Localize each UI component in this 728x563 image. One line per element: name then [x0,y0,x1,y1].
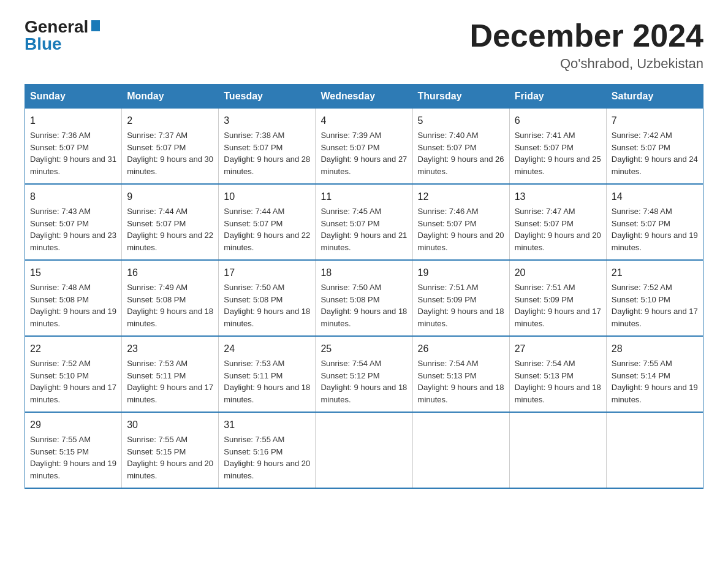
day-number: 5 [418,113,504,128]
calendar-cell: 13Sunrise: 7:47 AMSunset: 5:07 PMDayligh… [509,184,606,260]
calendar-cell [412,412,509,488]
calendar-cell: 30Sunrise: 7:55 AMSunset: 5:15 PMDayligh… [122,412,219,488]
day-number: 24 [224,342,310,356]
calendar-cell: 6Sunrise: 7:41 AMSunset: 5:07 PMDaylight… [509,109,606,185]
calendar-week-row: 29Sunrise: 7:55 AMSunset: 5:15 PMDayligh… [25,412,703,488]
day-number: 28 [612,342,698,356]
day-number: 15 [30,266,116,280]
calendar-cell: 7Sunrise: 7:42 AMSunset: 5:07 PMDaylight… [606,109,703,185]
day-info: Sunrise: 7:36 AMSunset: 5:07 PMDaylight:… [30,131,116,176]
calendar-cell: 20Sunrise: 7:51 AMSunset: 5:09 PMDayligh… [509,260,606,336]
day-info: Sunrise: 7:50 AMSunset: 5:08 PMDaylight:… [320,283,407,328]
day-number: 12 [418,190,504,204]
calendar-table: Sunday Monday Tuesday Wednesday Thursday… [25,84,703,489]
day-number: 2 [127,113,213,128]
day-number: 25 [320,342,407,356]
calendar-cell [606,412,703,488]
calendar-cell: 31Sunrise: 7:55 AMSunset: 5:16 PMDayligh… [219,412,316,488]
day-info: Sunrise: 7:41 AMSunset: 5:07 PMDaylight:… [515,131,601,176]
day-number: 17 [224,266,310,280]
calendar-week-row: 22Sunrise: 7:52 AMSunset: 5:10 PMDayligh… [25,336,703,412]
calendar-cell [316,412,412,488]
calendar-cell: 2Sunrise: 7:37 AMSunset: 5:07 PMDaylight… [122,109,219,185]
header-thursday: Thursday [412,85,509,109]
day-number: 9 [127,190,213,204]
day-number: 10 [224,190,310,204]
calendar-cell: 11Sunrise: 7:45 AMSunset: 5:07 PMDayligh… [316,184,412,260]
day-info: Sunrise: 7:39 AMSunset: 5:07 PMDaylight:… [320,131,407,176]
day-info: Sunrise: 7:55 AMSunset: 5:14 PMDaylight:… [612,359,698,404]
calendar-cell: 21Sunrise: 7:52 AMSunset: 5:10 PMDayligh… [606,260,703,336]
day-info: Sunrise: 7:37 AMSunset: 5:07 PMDaylight:… [127,131,213,176]
location-text: Qo'shrabod, Uzbekistan [469,56,703,72]
calendar-cell: 18Sunrise: 7:50 AMSunset: 5:08 PMDayligh… [316,260,412,336]
calendar-cell: 22Sunrise: 7:52 AMSunset: 5:10 PMDayligh… [25,336,122,412]
title-block: December 2024 Qo'shrabod, Uzbekistan [469,18,703,72]
day-info: Sunrise: 7:44 AMSunset: 5:07 PMDaylight:… [224,207,310,252]
day-info: Sunrise: 7:46 AMSunset: 5:07 PMDaylight:… [418,207,504,252]
day-info: Sunrise: 7:52 AMSunset: 5:10 PMDaylight:… [612,283,698,328]
calendar-cell: 16Sunrise: 7:49 AMSunset: 5:08 PMDayligh… [122,260,219,336]
day-number: 19 [418,266,504,280]
day-number: 14 [612,190,698,204]
calendar-cell: 26Sunrise: 7:54 AMSunset: 5:13 PMDayligh… [412,336,509,412]
day-number: 30 [127,418,213,432]
day-info: Sunrise: 7:53 AMSunset: 5:11 PMDaylight:… [224,359,310,404]
calendar-cell: 12Sunrise: 7:46 AMSunset: 5:07 PMDayligh… [412,184,509,260]
day-number: 20 [515,266,601,280]
day-info: Sunrise: 7:47 AMSunset: 5:07 PMDaylight:… [515,207,601,252]
calendar-body: 1Sunrise: 7:36 AMSunset: 5:07 PMDaylight… [25,109,703,489]
calendar-cell: 5Sunrise: 7:40 AMSunset: 5:07 PMDaylight… [412,109,509,185]
day-info: Sunrise: 7:54 AMSunset: 5:12 PMDaylight:… [320,359,407,404]
day-info: Sunrise: 7:38 AMSunset: 5:07 PMDaylight:… [224,131,310,176]
day-number: 7 [612,113,698,128]
day-number: 27 [515,342,601,356]
day-info: Sunrise: 7:54 AMSunset: 5:13 PMDaylight:… [418,359,504,404]
calendar-cell: 4Sunrise: 7:39 AMSunset: 5:07 PMDaylight… [316,109,412,185]
header-saturday: Saturday [606,85,703,109]
header-friday: Friday [509,85,606,109]
day-info: Sunrise: 7:43 AMSunset: 5:07 PMDaylight:… [30,207,116,252]
calendar-cell: 8Sunrise: 7:43 AMSunset: 5:07 PMDaylight… [25,184,122,260]
logo-general-text: General [25,18,88,36]
page-header: General Blue December 2024 Qo'shrabod, U… [25,18,703,72]
day-number: 13 [515,190,601,204]
calendar-cell: 27Sunrise: 7:54 AMSunset: 5:13 PMDayligh… [509,336,606,412]
calendar-week-row: 1Sunrise: 7:36 AMSunset: 5:07 PMDaylight… [25,109,703,185]
day-info: Sunrise: 7:50 AMSunset: 5:08 PMDaylight:… [224,283,310,328]
header-tuesday: Tuesday [219,85,316,109]
calendar-cell: 14Sunrise: 7:48 AMSunset: 5:07 PMDayligh… [606,184,703,260]
calendar-cell: 25Sunrise: 7:54 AMSunset: 5:12 PMDayligh… [316,336,412,412]
day-info: Sunrise: 7:49 AMSunset: 5:08 PMDaylight:… [127,283,213,328]
calendar-week-row: 15Sunrise: 7:48 AMSunset: 5:08 PMDayligh… [25,260,703,336]
day-info: Sunrise: 7:52 AMSunset: 5:10 PMDaylight:… [30,359,116,404]
day-number: 26 [418,342,504,356]
day-number: 8 [30,190,116,204]
day-number: 1 [30,113,116,128]
calendar-cell [509,412,606,488]
header-wednesday: Wednesday [316,85,412,109]
day-info: Sunrise: 7:40 AMSunset: 5:07 PMDaylight:… [418,131,504,176]
calendar-cell: 1Sunrise: 7:36 AMSunset: 5:07 PMDaylight… [25,109,122,185]
day-info: Sunrise: 7:45 AMSunset: 5:07 PMDaylight:… [320,207,407,252]
day-info: Sunrise: 7:55 AMSunset: 5:16 PMDaylight:… [224,435,310,480]
calendar-cell: 23Sunrise: 7:53 AMSunset: 5:11 PMDayligh… [122,336,219,412]
day-info: Sunrise: 7:55 AMSunset: 5:15 PMDaylight:… [30,435,116,480]
day-number: 22 [30,342,116,356]
day-number: 31 [224,418,310,432]
logo-blue-text: Blue [25,36,62,53]
calendar-cell: 24Sunrise: 7:53 AMSunset: 5:11 PMDayligh… [219,336,316,412]
day-info: Sunrise: 7:55 AMSunset: 5:15 PMDaylight:… [127,435,213,480]
day-number: 6 [515,113,601,128]
day-info: Sunrise: 7:42 AMSunset: 5:07 PMDaylight:… [612,131,698,176]
day-number: 11 [320,190,407,204]
day-number: 4 [320,113,407,128]
calendar-cell: 15Sunrise: 7:48 AMSunset: 5:08 PMDayligh… [25,260,122,336]
calendar-cell: 28Sunrise: 7:55 AMSunset: 5:14 PMDayligh… [606,336,703,412]
header-monday: Monday [122,85,219,109]
day-info: Sunrise: 7:54 AMSunset: 5:13 PMDaylight:… [515,359,601,404]
calendar-cell: 17Sunrise: 7:50 AMSunset: 5:08 PMDayligh… [219,260,316,336]
day-number: 23 [127,342,213,356]
day-info: Sunrise: 7:48 AMSunset: 5:08 PMDaylight:… [30,283,116,328]
header-row: Sunday Monday Tuesday Wednesday Thursday… [25,85,703,109]
